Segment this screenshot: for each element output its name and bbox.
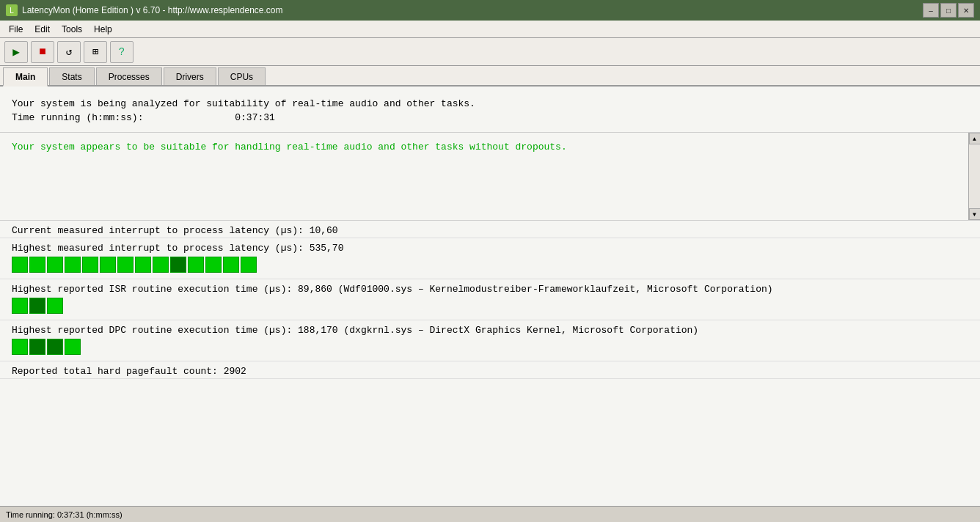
bar-segment: [47, 298, 63, 314]
main-content: Your system is being analyzed for suitab…: [0, 87, 980, 506]
bar-segment: [29, 339, 45, 355]
metric-row-dpc-time: Highest reported DPC routine execution t…: [0, 320, 980, 361]
menu-file[interactable]: File: [3, 21, 29, 37]
time-running-line: Time running (h:mm:ss): 0:37:31: [12, 112, 968, 123]
bar-segment: [29, 298, 45, 314]
help-button[interactable]: ?: [110, 41, 134, 63]
bar-segment: [47, 257, 63, 273]
tab-main[interactable]: Main: [3, 67, 48, 87]
bar-segment: [223, 257, 239, 273]
time-running-value: 0:37:31: [235, 112, 275, 123]
metric-row-isr-time: Highest reported ISR routine execution t…: [0, 279, 980, 320]
minimize-button[interactable]: –: [923, 3, 939, 18]
bar-segment: [82, 257, 98, 273]
metric-row-current-latency: Current measured interrupt to process la…: [0, 221, 980, 238]
tab-cpus[interactable]: CPUs: [218, 67, 266, 85]
metric-label-isr-time: Highest reported ISR routine execution t…: [12, 284, 968, 295]
scroll-down-arrow[interactable]: ▼: [969, 208, 981, 220]
bar-segment: [65, 339, 81, 355]
bar-segment: [117, 257, 134, 273]
scrollbar[interactable]: ▲ ▼: [968, 133, 980, 220]
toolbar: ▶ ■ ↺ ⊞ ?: [0, 38, 980, 66]
maximize-button[interactable]: □: [940, 3, 957, 18]
scroll-track[interactable]: [969, 144, 980, 208]
metric-bar-dpc-time: [12, 339, 968, 355]
bar-segment: [241, 257, 257, 273]
bar-segment: [188, 257, 204, 273]
bar-segment: [12, 298, 28, 314]
status-text: Your system appears to be suitable for h…: [12, 141, 968, 152]
bar-segment: [47, 339, 63, 355]
metrics-section: Current measured interrupt to process la…: [0, 221, 980, 506]
bar-segment: [29, 257, 45, 273]
bar-segment: [205, 257, 222, 273]
status-bar-text: Time running: 0:37:31 (h:mm:ss): [6, 510, 122, 519]
title-bar: L LatencyMon (Home Edition ) v 6.70 - ht…: [0, 0, 980, 21]
metric-bar-highest-latency: [12, 257, 968, 273]
refresh-button[interactable]: ↺: [57, 41, 81, 63]
app-icon: L: [6, 4, 18, 16]
window-title: LatencyMon (Home Edition ) v 6.70 - http…: [22, 5, 283, 15]
menu-edit[interactable]: Edit: [29, 21, 56, 37]
bar-segment: [12, 257, 28, 273]
tab-processes[interactable]: Processes: [96, 67, 162, 85]
bar-segment: [170, 257, 186, 273]
info-section: Your system is being analyzed for suitab…: [0, 87, 980, 133]
status-bar: Time running: 0:37:31 (h:mm:ss): [0, 506, 980, 522]
metric-label-dpc-time: Highest reported DPC routine execution t…: [12, 325, 968, 336]
scroll-up-arrow[interactable]: ▲: [969, 133, 981, 144]
bar-segment: [12, 339, 28, 355]
menu-help[interactable]: Help: [88, 21, 118, 37]
time-running-label: Time running (h:mm:ss):: [12, 112, 143, 123]
analysis-line: Your system is being analyzed for suitab…: [12, 98, 968, 109]
status-section: Your system appears to be suitable for h…: [0, 133, 980, 221]
metric-label-highest-latency: Highest measured interrupt to process la…: [12, 243, 968, 254]
tab-bar: Main Stats Processes Drivers CPUs: [0, 66, 980, 87]
play-button[interactable]: ▶: [4, 41, 28, 63]
metric-row-highest-latency: Highest measured interrupt to process la…: [0, 238, 980, 279]
bar-segment: [65, 257, 81, 273]
stop-button[interactable]: ■: [31, 41, 54, 63]
settings-button[interactable]: ⊞: [84, 41, 107, 63]
menu-bar: File Edit Tools Help: [0, 21, 980, 38]
close-button[interactable]: ✕: [958, 3, 974, 18]
bar-segment: [100, 257, 116, 273]
metric-bar-isr-time: [12, 298, 968, 314]
metric-label-current-latency: Current measured interrupt to process la…: [12, 225, 968, 236]
bar-segment: [153, 257, 169, 273]
tab-drivers[interactable]: Drivers: [164, 67, 216, 85]
menu-tools[interactable]: Tools: [56, 21, 88, 37]
metric-label-pagefault: Reported total hard pagefault count: 290…: [12, 366, 968, 377]
tab-stats[interactable]: Stats: [49, 67, 94, 85]
metric-row-pagefault: Reported total hard pagefault count: 290…: [0, 361, 980, 379]
bar-segment: [135, 257, 151, 273]
